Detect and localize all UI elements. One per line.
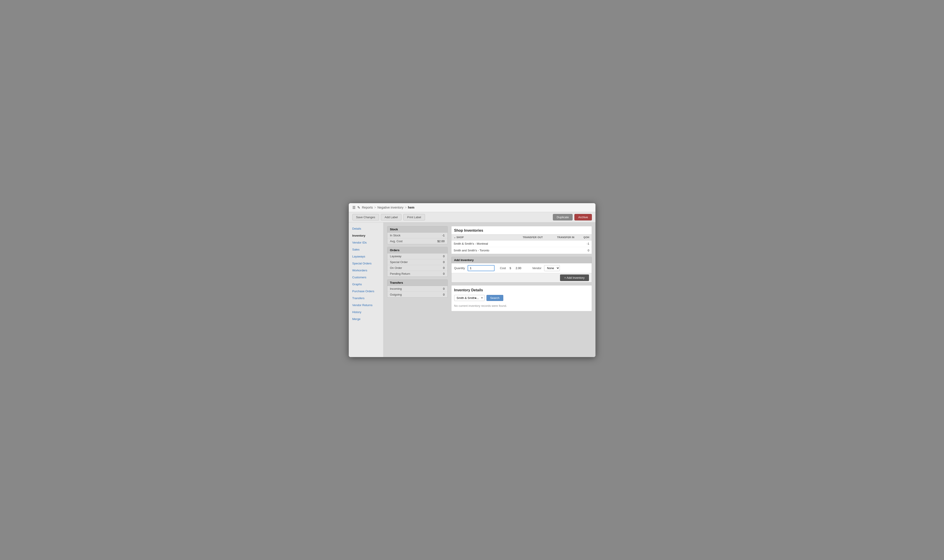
shop-name-montreal: Smith & Smith's - Montreal — [452, 240, 510, 247]
nav-logo-icon: ✎ — [357, 205, 360, 210]
shop-sort-icon[interactable]: ⌄ — [454, 236, 457, 238]
sidebar-item-history[interactable]: History — [349, 309, 383, 315]
left-column: Stock In Stock -1 Avg. Cost $2.00 Orders — [387, 226, 448, 311]
transfer-in-toronto — [545, 247, 577, 254]
qoh-col-header: QOH — [577, 234, 592, 240]
outgoing-label: Outgoing — [390, 293, 402, 296]
sidebar-item-customers[interactable]: Customers — [349, 274, 383, 281]
no-records-message: No current inventory records were found. — [454, 303, 589, 308]
add-label-button[interactable]: Add Label — [381, 214, 402, 220]
cost-label: Cost — [500, 266, 506, 270]
right-column: Shop Inventories ⌄ SHOP TRANSFER OUT TRA — [451, 226, 592, 311]
search-button[interactable]: Search — [486, 295, 503, 301]
vendor-label: Vendor — [532, 266, 541, 270]
breadcrumb-current: hem — [408, 206, 415, 209]
pending-return-label: Pending Return — [390, 272, 410, 275]
breadcrumb-reports[interactable]: Reports — [362, 206, 373, 209]
transfers-header: Transfers — [387, 280, 447, 286]
quantity-label: Quantity — [454, 266, 465, 270]
duplicate-button[interactable]: Duplicate — [553, 214, 573, 220]
top-nav-bar: ☰ ✎ Reports > Negative inventory > hem — [349, 203, 595, 212]
archive-button[interactable]: Archive — [574, 214, 592, 220]
transfer-in-montreal — [545, 240, 577, 247]
sidebar-item-vendor-returns[interactable]: Vendor Returns — [349, 302, 383, 309]
table-header-row: ⌄ SHOP TRANSFER OUT TRANSFER IN QOH — [452, 234, 592, 240]
sidebar: Details Inventory Vendor IDs Sales Layaw… — [349, 223, 383, 357]
incoming-value: 0 — [443, 287, 444, 291]
inventory-details-search-row: Smith & Smith♦... ▼ Search — [454, 295, 589, 301]
layaway-value: 0 — [443, 255, 444, 258]
transfers-panel: Transfers Incoming 0 Outgoing 0 — [387, 280, 448, 298]
cost-symbol: $ — [510, 266, 511, 270]
transfer-out-col-header: TRANSFER OUT — [510, 234, 545, 240]
transfer-in-col-header: TRANSFER IN — [545, 234, 577, 240]
sidebar-item-inventory[interactable]: Inventory — [349, 232, 383, 239]
sidebar-item-special-orders[interactable]: Special Orders — [349, 260, 383, 267]
main-layout: Details Inventory Vendor IDs Sales Layaw… — [349, 223, 595, 357]
pending-return-value: 0 — [443, 272, 444, 275]
main-window: ☰ ✎ Reports > Negative inventory > hem S… — [349, 203, 595, 357]
outgoing-row: Outgoing 0 — [387, 292, 447, 297]
orders-header: Orders — [387, 247, 447, 254]
shop-col-header: ⌄ SHOP — [452, 234, 510, 240]
table-row: Smith and Smith's - Toronto 0 — [452, 247, 592, 254]
breadcrumb-negative-inventory[interactable]: Negative inventory — [377, 206, 403, 209]
shop-select-wrapper: Smith & Smith♦... ▼ — [454, 295, 485, 301]
avg-cost-row: Avg. Cost $2.00 — [387, 238, 447, 244]
sidebar-item-transfers[interactable]: Transfers — [349, 295, 383, 302]
table-row: Smith & Smith's - Montreal -1 — [452, 240, 592, 247]
pending-return-row: Pending Return 0 — [387, 271, 447, 277]
sidebar-item-merge[interactable]: Merge — [349, 315, 383, 323]
breadcrumb-separator-2: > — [405, 206, 407, 209]
add-inventory-form-row: Quantity Cost $ 2.00 Vendor None — [452, 263, 592, 273]
in-stock-row: In Stock -1 — [387, 232, 447, 238]
breadcrumb: Reports > Negative inventory > hem — [362, 206, 415, 209]
outgoing-value: 0 — [443, 293, 444, 296]
incoming-row: Incoming 0 — [387, 286, 447, 292]
incoming-label: Incoming — [390, 287, 402, 291]
sidebar-item-purchase-orders[interactable]: Purchase Orders — [349, 288, 383, 295]
content-area: Stock In Stock -1 Avg. Cost $2.00 Orders — [383, 223, 595, 357]
shop-inventories-table: ⌄ SHOP TRANSFER OUT TRANSFER IN QOH — [452, 234, 592, 254]
avg-cost-label: Avg. Cost — [390, 240, 403, 243]
quantity-input[interactable] — [467, 265, 495, 271]
sidebar-item-vendor-ids[interactable]: Vendor IDs — [349, 239, 383, 246]
inventory-details-section: Inventory Details Smith & Smith♦... ▼ Se… — [451, 285, 592, 311]
special-order-row: Special Order 0 — [387, 259, 447, 265]
stock-header: Stock — [387, 226, 447, 232]
sidebar-item-details[interactable]: Details — [349, 225, 383, 232]
sidebar-item-sales[interactable]: Sales — [349, 246, 383, 253]
add-inventory-section: Add Inventory Quantity Cost $ 2.00 Vendo… — [451, 257, 592, 283]
save-changes-button[interactable]: Save Changes — [352, 214, 379, 220]
stock-panel: Stock In Stock -1 Avg. Cost $2.00 — [387, 226, 448, 244]
inventory-details-title: Inventory Details — [454, 288, 589, 292]
add-inventory-button[interactable]: + Add Inventory — [560, 274, 589, 281]
layaway-label: Layaway — [390, 255, 401, 258]
in-stock-label: In Stock — [390, 234, 401, 237]
on-order-label: On Order — [390, 266, 402, 269]
qoh-montreal: -1 — [577, 240, 592, 247]
sidebar-item-layaways[interactable]: Layaways — [349, 253, 383, 260]
layaway-row: Layaway 0 — [387, 254, 447, 259]
shop-name-toronto: Smith and Smith's - Toronto — [452, 247, 510, 254]
toolbar: Save Changes Add Label Print Label Dupli… — [349, 212, 595, 223]
on-order-value: 0 — [443, 266, 444, 269]
avg-cost-value: $2.00 — [437, 240, 445, 243]
content-inner: Stock In Stock -1 Avg. Cost $2.00 Orders — [387, 226, 592, 311]
orders-panel: Orders Layaway 0 Special Order 0 On Orde… — [387, 247, 448, 277]
transfer-out-toronto — [510, 247, 545, 254]
sidebar-item-workorders[interactable]: Workorders — [349, 267, 383, 274]
cost-value: 2.00 — [516, 266, 527, 270]
on-order-row: On Order 0 — [387, 265, 447, 271]
special-order-label: Special Order — [390, 260, 408, 264]
hamburger-icon[interactable]: ☰ — [352, 205, 355, 210]
special-order-value: 0 — [443, 260, 444, 264]
print-label-button[interactable]: Print Label — [403, 214, 425, 220]
breadcrumb-separator-1: > — [374, 206, 376, 209]
shop-inventories-panel: Shop Inventories ⌄ SHOP TRANSFER OUT TRA — [451, 226, 592, 254]
shop-inventories-title: Shop Inventories — [452, 226, 592, 234]
sidebar-item-graphs[interactable]: Graphs — [349, 281, 383, 288]
shop-dropdown[interactable]: Smith & Smith♦... — [454, 295, 485, 301]
qoh-toronto: 0 — [577, 247, 592, 254]
vendor-select[interactable]: None — [544, 265, 560, 271]
